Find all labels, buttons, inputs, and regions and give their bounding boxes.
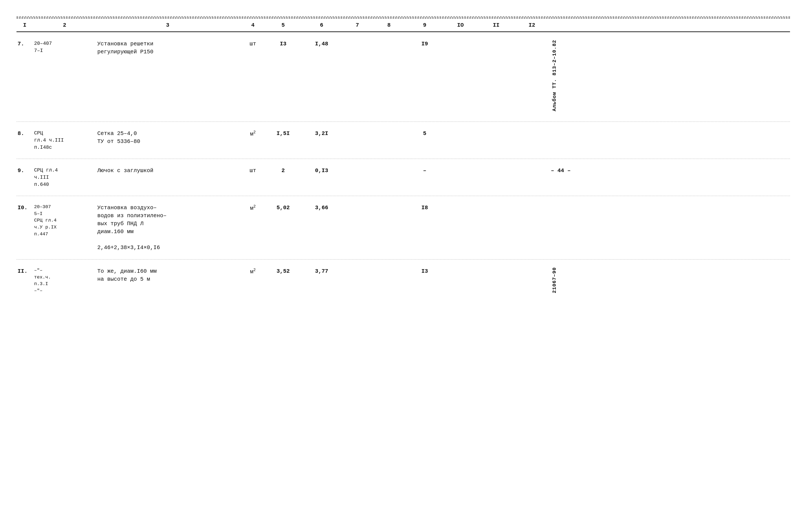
row-col5-7: I3	[267, 40, 300, 48]
row-num-7: 7.	[17, 40, 33, 48]
row-col9-9: –	[407, 167, 442, 175]
header-col-2: 2	[33, 21, 96, 29]
header-col-10: IO	[442, 21, 478, 29]
row-col6-7: I,48	[300, 40, 344, 48]
header-col-6: 6	[300, 21, 344, 29]
row-col9-7: I9	[407, 40, 442, 48]
header-col-11: II	[478, 21, 514, 29]
row-col6-9: 0,I3	[300, 167, 344, 175]
table-body: 7. 20–407 7–I Установка решетки регулиру…	[17, 32, 790, 304]
row-side-label-2: 21067–90	[550, 267, 790, 295]
table-row: 7. 20–407 7–I Установка решетки регулиру…	[17, 32, 790, 122]
row-col9-8: 5	[407, 130, 442, 138]
header-col-5: 5	[267, 21, 300, 29]
row-unit-10: м2	[239, 204, 267, 212]
row-desc-7: Установка решетки регулирующей Р150	[96, 40, 239, 56]
row-num-11: II.	[17, 267, 33, 275]
row-num-10: I0.	[17, 204, 33, 212]
row-desc-9: Лючок с заглушкой	[96, 167, 239, 175]
header-col-7: 7	[344, 21, 371, 29]
table-row: I0. 20–307 5–I СРЦ гл.4 ч.У р.IX п.447 У…	[17, 196, 790, 259]
row-unit-11: м2	[239, 267, 267, 276]
row-col5-9: 2	[267, 167, 300, 175]
row-col5-10: 5,02	[267, 204, 300, 212]
row-col9-10: I8	[407, 204, 442, 212]
side-text-2106790: 21067–90	[551, 267, 558, 293]
table-header: I 2 3 4 5 6 7 8 9 IO II I2	[17, 18, 790, 32]
header-col-12: I2	[514, 21, 550, 29]
row-num-8: 8.	[17, 130, 33, 138]
header-col-1: I	[17, 21, 33, 29]
row-side-label-1: Альбом ТТ. 813–2–10.82	[550, 40, 790, 114]
table-row: 9. СРЦ гл.4 ч.III п.640 Лючок с заглушко…	[17, 159, 790, 196]
header-col-4: 4	[239, 21, 267, 29]
side-text-44: – 44 –	[551, 167, 571, 174]
row-desc-10: Установка воздухо– водов из полиэтилено–…	[96, 204, 239, 252]
row-ref-9: СРЦ гл.4 ч.III п.640	[33, 167, 96, 188]
row-col5-8: I,5I	[267, 130, 300, 138]
row-ref-7: 20–407 7–I	[33, 40, 96, 54]
top-border	[17, 17, 790, 17]
row-col5-11: 3,52	[267, 267, 300, 275]
row-num-9: 9.	[17, 167, 33, 175]
row-side-44: – 44 –	[550, 167, 790, 175]
row-unit-8: м2	[239, 130, 267, 138]
row-ref-11: –"– тех.ч. п.3.I –"–	[33, 267, 96, 294]
side-text-album: Альбом ТТ. 813–2–10.82	[551, 40, 558, 111]
row-unit-7: шт	[239, 40, 267, 48]
row-ref-8: СРЦ гл.4 ч.III п.I48c	[33, 130, 96, 151]
header-col-9: 9	[407, 21, 442, 29]
page-container: I 2 3 4 5 6 7 8 9 IO II I2 7. 20–407 7–I…	[0, 0, 812, 513]
row-col6-8: 3,2I	[300, 130, 344, 138]
row-col6-10: 3,66	[300, 204, 344, 212]
row-col6-11: 3,77	[300, 267, 344, 275]
row-desc-11: То же, диам.I60 мм на высоте до 5 м	[96, 267, 239, 283]
row-ref-10: 20–307 5–I СРЦ гл.4 ч.У р.IX п.447	[33, 204, 96, 237]
table-row: II. –"– тех.ч. п.3.I –"– То же, диам.I60…	[17, 259, 790, 303]
row-desc-8: Сетка 25–4,0 ТУ от 5336–80	[96, 130, 239, 145]
header-col-3: 3	[96, 21, 239, 29]
table-row: 8. СРЦ гл.4 ч.III п.I48c Сетка 25–4,0 ТУ…	[17, 122, 790, 159]
row-col9-11: I3	[407, 267, 442, 275]
row-unit-9: шт	[239, 167, 267, 175]
header-col-8: 8	[371, 21, 407, 29]
